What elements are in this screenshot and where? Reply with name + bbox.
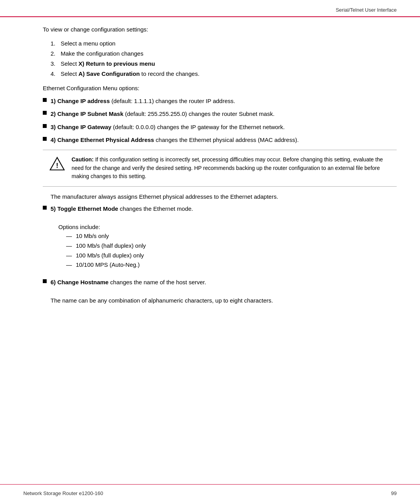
bullet-item-5: 5) Toggle Ethernet Mode changes the Ethe… [43,204,397,274]
dash-item-1: —10 Mb/s only [66,231,397,241]
bullet-text-1: 1) Change IP address (default: 1.1.1.1) … [51,96,397,105]
step-1-num: 1. [51,39,58,48]
bullet-list-1: 1) Change IP address (default: 1.1.1.1) … [43,96,397,144]
footer-product-name: Network Storage Router e1200-160 [23,490,103,496]
bullet-text-2: 2) Change IP Subnet Mask (default: 255.2… [51,109,397,118]
bullet-item-1: 1) Change IP address (default: 1.1.1.1) … [43,96,397,105]
header-title: Serial/Telnet User Interface [336,7,397,13]
footer-rule [0,484,420,485]
dash-list: —10 Mb/s only —100 Mb/s (half duplex) on… [51,231,397,270]
bullet-icon-2 [43,111,47,115]
bullet-icon-6 [43,279,47,283]
bullet-list-3: 6) Change Hostname changes the name of t… [43,278,397,305]
options-label: Options include: [51,224,100,230]
page: Serial/Telnet User Interface To view or … [0,0,420,504]
caution-text: Caution: If this configuration setting i… [72,156,390,181]
caution-triangle-icon: ! [49,156,65,172]
after-caution-text: The manufacturer always assigns Ethernet… [43,192,397,201]
top-rule [0,16,420,17]
footer-page-number: 99 [391,490,397,496]
dash-text-1: 10 Mb/s only [76,231,109,241]
svg-text:!: ! [56,162,58,170]
intro-text: To view or change configuration settings… [43,25,397,34]
dash-text-3: 100 Mb/s (full duplex) only [76,251,144,261]
bullet-item-3: 3) Change IP Gateway (default: 0.0.0.0) … [43,122,397,131]
bullet-icon-3 [43,124,47,128]
steps-list: 1. Select a menu option 2. Make the conf… [43,39,397,79]
step-4-num: 4. [51,69,58,79]
bullet-list-2: 5) Toggle Ethernet Mode changes the Ethe… [43,204,397,274]
dash-item-2: —100 Mb/s (half duplex) only [66,241,397,251]
bullet-text-5: 5) Toggle Ethernet Mode changes the Ethe… [51,204,397,274]
page-header: Serial/Telnet User Interface [336,7,397,13]
caution-box: ! Caution: If this configuration setting… [43,150,397,187]
step-1-text: Select a menu option [61,39,116,48]
step-3-text: Select X) Return to previous menu [61,59,155,68]
step-3: 3. Select X) Return to previous menu [51,59,397,68]
step-2: 2. Make the configuration changes [51,49,397,58]
footer: Network Storage Router e1200-160 99 [23,490,397,496]
bullet-text-6: 6) Change Hostname changes the name of t… [51,278,397,305]
step-1: 1. Select a menu option [51,39,397,48]
step-2-text: Make the configuration changes [61,49,144,58]
bullet-icon-1 [43,98,47,102]
dash-text-2: 100 Mb/s (half duplex) only [76,241,146,251]
section-label: Ethernet Configuration Menu options: [43,84,397,93]
bullet-icon-5 [43,206,47,210]
bullet-item-2: 2) Change IP Subnet Mask (default: 255.2… [43,109,397,118]
bullet-icon-4 [43,137,47,141]
bullet-item-6: 6) Change Hostname changes the name of t… [43,278,397,305]
bullet-text-3: 3) Change IP Gateway (default: 0.0.0.0) … [51,122,397,131]
dash-item-4: —10/100 MPS (Auto-Neg.) [66,260,397,270]
step-4: 4. Select A) Save Configuration to recor… [51,69,397,79]
step-3-num: 3. [51,59,58,68]
dash-text-4: 10/100 MPS (Auto-Neg.) [76,260,140,270]
step-2-num: 2. [51,49,58,58]
bullet-text-4: 4) Change Ethernet Physical Address chan… [51,135,397,144]
hostname-note: The name can be any combination of alpha… [51,297,273,304]
main-content: To view or change configuration settings… [43,25,397,473]
bullet-item-4: 4) Change Ethernet Physical Address chan… [43,135,397,144]
step-4-text: Select A) Save Configuration to record t… [61,69,200,79]
dash-item-3: —100 Mb/s (full duplex) only [66,251,397,261]
